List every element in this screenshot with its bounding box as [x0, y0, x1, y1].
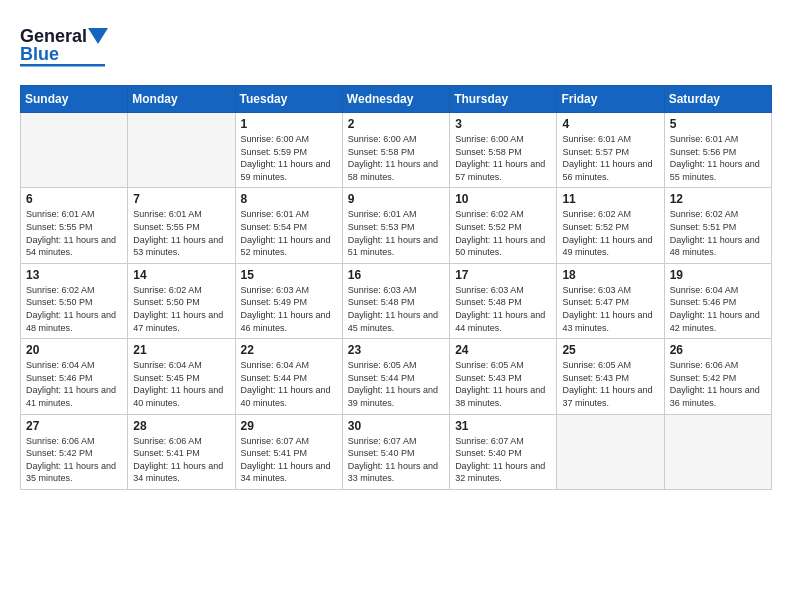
day-header-sunday: Sunday — [21, 86, 128, 113]
calendar-cell: 13Sunrise: 6:02 AMSunset: 5:50 PMDayligh… — [21, 263, 128, 338]
calendar-week-row: 27Sunrise: 6:06 AMSunset: 5:42 PMDayligh… — [21, 414, 772, 489]
calendar-cell: 24Sunrise: 6:05 AMSunset: 5:43 PMDayligh… — [450, 339, 557, 414]
day-info: Sunrise: 6:00 AMSunset: 5:58 PMDaylight:… — [348, 133, 444, 183]
day-info: Sunrise: 6:01 AMSunset: 5:57 PMDaylight:… — [562, 133, 658, 183]
calendar-cell — [664, 414, 771, 489]
calendar-cell: 10Sunrise: 6:02 AMSunset: 5:52 PMDayligh… — [450, 188, 557, 263]
page-header: General Blue — [20, 20, 772, 75]
calendar-cell: 17Sunrise: 6:03 AMSunset: 5:48 PMDayligh… — [450, 263, 557, 338]
day-number: 28 — [133, 419, 229, 433]
calendar-week-row: 6Sunrise: 6:01 AMSunset: 5:55 PMDaylight… — [21, 188, 772, 263]
day-info: Sunrise: 6:07 AMSunset: 5:40 PMDaylight:… — [348, 435, 444, 485]
day-number: 14 — [133, 268, 229, 282]
day-number: 10 — [455, 192, 551, 206]
calendar-week-row: 20Sunrise: 6:04 AMSunset: 5:46 PMDayligh… — [21, 339, 772, 414]
calendar-cell — [128, 113, 235, 188]
calendar-cell: 18Sunrise: 6:03 AMSunset: 5:47 PMDayligh… — [557, 263, 664, 338]
calendar-cell: 8Sunrise: 6:01 AMSunset: 5:54 PMDaylight… — [235, 188, 342, 263]
day-number: 3 — [455, 117, 551, 131]
day-info: Sunrise: 6:05 AMSunset: 5:43 PMDaylight:… — [562, 359, 658, 409]
day-number: 25 — [562, 343, 658, 357]
day-info: Sunrise: 6:04 AMSunset: 5:46 PMDaylight:… — [26, 359, 122, 409]
day-header-wednesday: Wednesday — [342, 86, 449, 113]
calendar-cell — [557, 414, 664, 489]
svg-rect-3 — [20, 64, 105, 67]
calendar-header-row: SundayMondayTuesdayWednesdayThursdayFrid… — [21, 86, 772, 113]
calendar-cell: 30Sunrise: 6:07 AMSunset: 5:40 PMDayligh… — [342, 414, 449, 489]
calendar-cell: 9Sunrise: 6:01 AMSunset: 5:53 PMDaylight… — [342, 188, 449, 263]
day-info: Sunrise: 6:03 AMSunset: 5:48 PMDaylight:… — [455, 284, 551, 334]
logo: General Blue — [20, 20, 110, 75]
logo-svg: General Blue — [20, 20, 110, 75]
calendar-cell: 23Sunrise: 6:05 AMSunset: 5:44 PMDayligh… — [342, 339, 449, 414]
calendar-cell: 29Sunrise: 6:07 AMSunset: 5:41 PMDayligh… — [235, 414, 342, 489]
day-info: Sunrise: 6:05 AMSunset: 5:44 PMDaylight:… — [348, 359, 444, 409]
calendar-cell: 16Sunrise: 6:03 AMSunset: 5:48 PMDayligh… — [342, 263, 449, 338]
day-info: Sunrise: 6:04 AMSunset: 5:46 PMDaylight:… — [670, 284, 766, 334]
calendar-cell: 11Sunrise: 6:02 AMSunset: 5:52 PMDayligh… — [557, 188, 664, 263]
calendar-cell — [21, 113, 128, 188]
day-info: Sunrise: 6:01 AMSunset: 5:55 PMDaylight:… — [133, 208, 229, 258]
day-info: Sunrise: 6:03 AMSunset: 5:48 PMDaylight:… — [348, 284, 444, 334]
calendar-cell: 2Sunrise: 6:00 AMSunset: 5:58 PMDaylight… — [342, 113, 449, 188]
day-header-thursday: Thursday — [450, 86, 557, 113]
calendar-cell: 19Sunrise: 6:04 AMSunset: 5:46 PMDayligh… — [664, 263, 771, 338]
day-info: Sunrise: 6:03 AMSunset: 5:49 PMDaylight:… — [241, 284, 337, 334]
day-header-saturday: Saturday — [664, 86, 771, 113]
day-info: Sunrise: 6:00 AMSunset: 5:59 PMDaylight:… — [241, 133, 337, 183]
calendar-cell: 12Sunrise: 6:02 AMSunset: 5:51 PMDayligh… — [664, 188, 771, 263]
day-number: 19 — [670, 268, 766, 282]
svg-text:General: General — [20, 26, 87, 46]
day-number: 21 — [133, 343, 229, 357]
calendar-cell: 1Sunrise: 6:00 AMSunset: 5:59 PMDaylight… — [235, 113, 342, 188]
calendar-cell: 3Sunrise: 6:00 AMSunset: 5:58 PMDaylight… — [450, 113, 557, 188]
day-number: 11 — [562, 192, 658, 206]
day-number: 31 — [455, 419, 551, 433]
calendar-cell: 22Sunrise: 6:04 AMSunset: 5:44 PMDayligh… — [235, 339, 342, 414]
day-number: 17 — [455, 268, 551, 282]
day-number: 7 — [133, 192, 229, 206]
day-number: 16 — [348, 268, 444, 282]
day-info: Sunrise: 6:06 AMSunset: 5:42 PMDaylight:… — [670, 359, 766, 409]
day-number: 8 — [241, 192, 337, 206]
day-number: 9 — [348, 192, 444, 206]
day-number: 27 — [26, 419, 122, 433]
day-header-tuesday: Tuesday — [235, 86, 342, 113]
day-number: 18 — [562, 268, 658, 282]
calendar-cell: 28Sunrise: 6:06 AMSunset: 5:41 PMDayligh… — [128, 414, 235, 489]
day-number: 29 — [241, 419, 337, 433]
day-header-friday: Friday — [557, 86, 664, 113]
day-number: 20 — [26, 343, 122, 357]
day-info: Sunrise: 6:01 AMSunset: 5:53 PMDaylight:… — [348, 208, 444, 258]
day-number: 30 — [348, 419, 444, 433]
svg-marker-2 — [88, 28, 108, 44]
day-info: Sunrise: 6:04 AMSunset: 5:45 PMDaylight:… — [133, 359, 229, 409]
day-info: Sunrise: 6:07 AMSunset: 5:40 PMDaylight:… — [455, 435, 551, 485]
day-number: 4 — [562, 117, 658, 131]
calendar-cell: 26Sunrise: 6:06 AMSunset: 5:42 PMDayligh… — [664, 339, 771, 414]
day-info: Sunrise: 6:01 AMSunset: 5:54 PMDaylight:… — [241, 208, 337, 258]
day-info: Sunrise: 6:01 AMSunset: 5:56 PMDaylight:… — [670, 133, 766, 183]
calendar-table: SundayMondayTuesdayWednesdayThursdayFrid… — [20, 85, 772, 490]
calendar-cell: 14Sunrise: 6:02 AMSunset: 5:50 PMDayligh… — [128, 263, 235, 338]
calendar-week-row: 13Sunrise: 6:02 AMSunset: 5:50 PMDayligh… — [21, 263, 772, 338]
calendar-cell: 7Sunrise: 6:01 AMSunset: 5:55 PMDaylight… — [128, 188, 235, 263]
day-number: 15 — [241, 268, 337, 282]
day-number: 23 — [348, 343, 444, 357]
calendar-cell: 31Sunrise: 6:07 AMSunset: 5:40 PMDayligh… — [450, 414, 557, 489]
day-number: 22 — [241, 343, 337, 357]
day-info: Sunrise: 6:00 AMSunset: 5:58 PMDaylight:… — [455, 133, 551, 183]
day-info: Sunrise: 6:03 AMSunset: 5:47 PMDaylight:… — [562, 284, 658, 334]
day-number: 13 — [26, 268, 122, 282]
calendar-cell: 21Sunrise: 6:04 AMSunset: 5:45 PMDayligh… — [128, 339, 235, 414]
day-info: Sunrise: 6:06 AMSunset: 5:42 PMDaylight:… — [26, 435, 122, 485]
day-info: Sunrise: 6:07 AMSunset: 5:41 PMDaylight:… — [241, 435, 337, 485]
day-info: Sunrise: 6:02 AMSunset: 5:52 PMDaylight:… — [455, 208, 551, 258]
day-number: 5 — [670, 117, 766, 131]
day-info: Sunrise: 6:02 AMSunset: 5:52 PMDaylight:… — [562, 208, 658, 258]
day-info: Sunrise: 6:01 AMSunset: 5:55 PMDaylight:… — [26, 208, 122, 258]
calendar-cell: 6Sunrise: 6:01 AMSunset: 5:55 PMDaylight… — [21, 188, 128, 263]
day-number: 24 — [455, 343, 551, 357]
day-info: Sunrise: 6:02 AMSunset: 5:51 PMDaylight:… — [670, 208, 766, 258]
calendar-cell: 25Sunrise: 6:05 AMSunset: 5:43 PMDayligh… — [557, 339, 664, 414]
